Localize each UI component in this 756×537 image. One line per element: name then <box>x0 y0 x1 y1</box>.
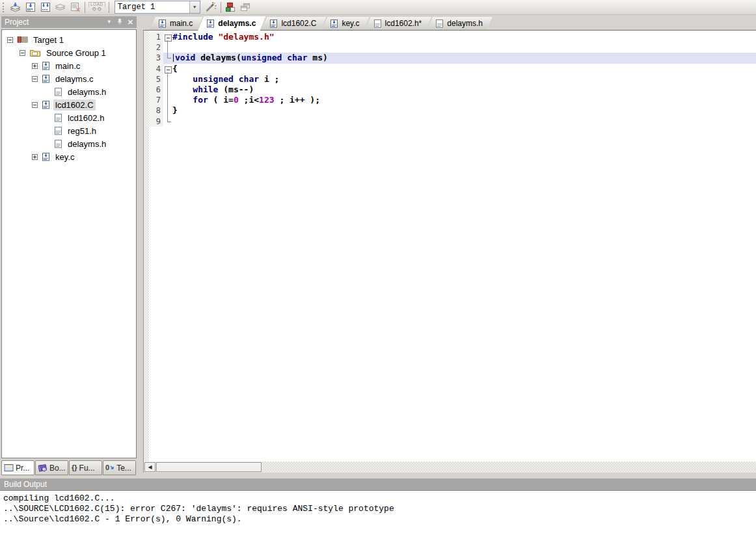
folder-icon <box>29 48 41 57</box>
project-panel: Project ▼ ✕ Target 1Source Group 1main.c… <box>0 15 138 478</box>
panel-splitter[interactable] <box>138 15 143 478</box>
chevron-down-icon[interactable]: ▼ <box>107 20 112 25</box>
tree-item-target-1[interactable]: Target 1 <box>2 33 136 46</box>
editor-tab-delayms-h[interactable]: delayms.h <box>427 17 493 30</box>
target-icon <box>17 35 28 44</box>
scroll-left-button[interactable]: ◀ <box>144 462 155 472</box>
functions-icon: {} <box>72 464 77 471</box>
editor-tab-key-c[interactable]: key.c <box>321 17 369 30</box>
batch-build-button[interactable] <box>53 1 68 14</box>
editor-area: main.cdelayms.clcd1602.Ckey.clcd1602.h*d… <box>143 15 756 478</box>
editor-tab-main-c[interactable]: main.c <box>150 17 202 30</box>
tree-expander-plus-icon[interactable] <box>32 63 38 69</box>
editor-tab-lcd1602-c[interactable]: lcd1602.C <box>261 17 326 30</box>
stop-build-icon <box>70 2 81 12</box>
combo-dropdown-button[interactable]: ▼ <box>189 1 200 13</box>
tree-expander-minus-icon[interactable] <box>32 102 38 108</box>
code-text: } <box>172 105 756 116</box>
code-line-7[interactable]: 7 for ( i=0 ;i<123 ; i++ ); <box>149 95 756 105</box>
code-line-6[interactable]: 6 while (ms--) <box>149 85 756 95</box>
line-number: 7 <box>149 95 163 105</box>
editor-tab-delayms-c[interactable]: delayms.c <box>198 16 265 31</box>
fold-margin <box>163 116 172 127</box>
doc-h-icon <box>54 87 62 96</box>
doc-h-icon <box>54 126 62 135</box>
tree-expander-plus-icon[interactable] <box>32 154 38 160</box>
doc-h-icon <box>435 19 444 28</box>
editor-tab-label: delayms.c <box>218 19 256 28</box>
fold-margin-collapse-icon[interactable] <box>163 64 172 74</box>
tree-item-source-group-1[interactable]: Source Group 1 <box>2 46 136 59</box>
wand-icon <box>205 2 217 12</box>
rebuild-all-button[interactable] <box>38 1 53 14</box>
horizontal-scrollbar[interactable]: ◀ <box>143 462 756 473</box>
editor-tab-lcd1602-h[interactable]: lcd1602.h* <box>365 17 432 30</box>
panel-tab-project[interactable]: Pr... <box>1 460 34 475</box>
code-line-2[interactable]: 2 <box>149 42 756 53</box>
tree-item-delayms-c[interactable]: delayms.c <box>2 72 136 85</box>
build-output-header[interactable]: Build Output <box>0 478 756 490</box>
code-editor[interactable]: 1#include "delayms.h"23void delayms(unsi… <box>143 31 756 462</box>
panel-tab-label: Bo... <box>49 464 66 473</box>
toolbar-separator <box>221 2 221 13</box>
scrollbar-thumb[interactable] <box>156 462 262 472</box>
fold-margin-collapse-icon[interactable] <box>163 32 172 42</box>
tree-expander-minus-icon[interactable] <box>7 37 13 43</box>
toolbar-grip[interactable] <box>3 3 5 12</box>
build-target-button[interactable] <box>23 1 38 14</box>
code-line-3[interactable]: 3void delayms(unsigned char ms) <box>149 53 756 63</box>
download-button[interactable]: LOAD <box>87 1 107 14</box>
tree-expander-minus-icon[interactable] <box>32 76 38 82</box>
code-line-5[interactable]: 5 unsigned char i ; <box>149 74 756 85</box>
cascade-icon <box>239 2 251 12</box>
tree-item-delayms-h-2[interactable]: delayms.h <box>2 137 136 150</box>
panel-tab-templates[interactable]: 0Te... <box>103 460 136 475</box>
close-icon[interactable]: ✕ <box>128 19 133 26</box>
manage-run-time-environment-button[interactable] <box>223 1 238 14</box>
tree-expander-minus-icon[interactable] <box>20 50 25 56</box>
editor-tab-label: lcd1602.C <box>281 19 316 28</box>
tree-item-reg51-h[interactable]: reg51.h <box>2 124 136 137</box>
tree-item-label: delayms.h <box>66 86 108 98</box>
window-cascade-button[interactable] <box>238 1 253 14</box>
translate-file-button[interactable] <box>8 1 23 14</box>
tree-item-main-c[interactable]: main.c <box>2 59 136 72</box>
code-line-8[interactable]: 8} <box>149 105 756 116</box>
tree-item-label: lcd1602.C <box>53 99 96 111</box>
tree-item-delayms-h[interactable]: delayms.h <box>2 85 136 98</box>
tree-item-lcd1602-c[interactable]: lcd1602.C <box>2 98 136 111</box>
line-number: 2 <box>149 42 163 53</box>
fold-margin <box>163 74 172 85</box>
editor-bottom-gap <box>143 473 756 478</box>
code-line-9[interactable]: 9 <box>149 116 756 127</box>
tree-item-label: delayms.c <box>53 73 96 85</box>
tree-item-lcd1602-h[interactable]: lcd1602.h <box>2 111 136 124</box>
stop-build-button[interactable] <box>68 1 83 14</box>
rebuild-icon <box>40 2 51 12</box>
code-text <box>172 116 756 127</box>
code-line-4[interactable]: 4{ <box>149 64 756 74</box>
panel-tab-functions[interactable]: {}Fu... <box>69 460 102 475</box>
books-icon: ? <box>38 464 47 472</box>
pin-icon[interactable] <box>117 18 122 26</box>
doc-c-icon <box>206 19 215 28</box>
tree-item-label: main.c <box>53 60 82 72</box>
target-select[interactable]: Target 1 ▼ <box>115 1 200 14</box>
options-for-target-button[interactable] <box>204 1 219 14</box>
line-number: 4 <box>149 64 163 74</box>
load-icon: LOAD <box>88 2 105 12</box>
line-number: 3 <box>149 53 163 63</box>
code-line-1[interactable]: 1#include "delayms.h" <box>149 32 756 42</box>
tree-item-key-c[interactable]: key.c <box>2 150 136 163</box>
panel-bottom-tabs: Pr...?Bo...{}Fu...0Te... <box>1 460 137 475</box>
panel-header-icons: ▼ ✕ <box>107 18 133 26</box>
panel-tab-books[interactable]: ?Bo... <box>35 460 68 475</box>
fold-margin <box>163 53 172 63</box>
code-text: void delayms(unsigned char ms) <box>172 53 756 63</box>
build-output-pane[interactable]: compiling lcd1602.C.....\SOURCE\LCD1602.… <box>0 490 756 537</box>
manage-rte-icon <box>224 2 236 12</box>
tree-item-label: lcd1602.h <box>66 112 106 124</box>
line-number: 5 <box>149 74 163 85</box>
fold-margin <box>163 42 172 53</box>
build-output-line: ..\Source\lcd1602.C - 1 Error(s), 0 Warn… <box>3 514 753 525</box>
